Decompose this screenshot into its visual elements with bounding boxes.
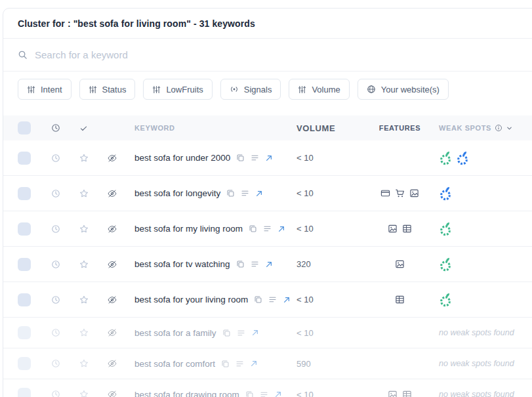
filter-button-volume[interactable]: Volume <box>289 79 349 100</box>
weak-spots-cell <box>438 151 532 165</box>
filter-button-signals[interactable]: Signals <box>220 79 281 100</box>
external-link-icon[interactable] <box>265 154 273 162</box>
star-icon[interactable] <box>79 295 89 305</box>
clock-icon[interactable] <box>51 328 60 337</box>
eye-off-icon[interactable] <box>107 295 117 305</box>
clock-icon[interactable] <box>51 390 60 397</box>
serp-list-icon[interactable] <box>251 260 259 268</box>
copy-icon[interactable] <box>245 390 254 397</box>
copy-icon[interactable] <box>226 189 235 198</box>
blue-fruit-icon[interactable] <box>456 151 469 165</box>
volume-value: < 10 <box>297 390 314 397</box>
check-icon[interactable] <box>79 124 88 133</box>
info-icon[interactable] <box>495 124 502 132</box>
external-link-icon[interactable] <box>274 390 282 397</box>
keyword-text: best sofa for your living room <box>134 295 248 304</box>
image-icon <box>388 390 398 397</box>
filter-button-intent[interactable]: Intent <box>18 79 72 100</box>
star-icon[interactable] <box>79 389 89 397</box>
filter-button-label: LowFruits <box>166 85 203 94</box>
green-fruit-icon[interactable] <box>439 257 452 272</box>
eye-off-icon[interactable] <box>107 188 117 199</box>
external-link-icon[interactable] <box>251 329 259 337</box>
copy-icon[interactable] <box>236 260 245 268</box>
copy-icon[interactable] <box>222 329 231 337</box>
clock-icon[interactable] <box>51 295 60 304</box>
row-checkbox[interactable] <box>18 152 31 165</box>
clock-icon[interactable] <box>51 154 60 163</box>
serp-list-icon[interactable] <box>260 390 268 397</box>
star-icon[interactable] <box>79 188 89 199</box>
serp-list-icon[interactable] <box>268 295 277 304</box>
copy-icon[interactable] <box>254 295 262 304</box>
clock-icon[interactable] <box>51 260 60 269</box>
eye-off-icon[interactable] <box>107 224 117 234</box>
copy-icon[interactable] <box>221 360 230 368</box>
chevron-down-icon[interactable] <box>506 125 513 132</box>
star-icon[interactable] <box>79 153 89 163</box>
row-checkbox[interactable] <box>18 357 31 370</box>
green-fruit-icon[interactable] <box>439 293 452 307</box>
volume-value: < 10 <box>297 295 314 304</box>
weak-spots-cell <box>438 186 532 201</box>
external-link-icon[interactable] <box>283 296 291 304</box>
filter-button-your-website-s[interactable]: Your website(s) <box>358 79 449 100</box>
serp-list-icon[interactable] <box>237 329 245 337</box>
external-link-icon[interactable] <box>265 261 273 268</box>
features-column-header: FEATURES <box>362 124 438 132</box>
search-input[interactable] <box>35 49 523 60</box>
serp-list-icon[interactable] <box>251 154 259 162</box>
eye-off-icon[interactable] <box>107 153 117 163</box>
filter-button-lowfruits[interactable]: LowFruits <box>143 79 212 100</box>
eye-off-icon[interactable] <box>107 259 117 270</box>
clock-icon[interactable] <box>51 359 60 368</box>
clock-icon[interactable] <box>51 224 60 234</box>
filter-button-status[interactable]: Status <box>79 79 136 100</box>
eye-off-icon[interactable] <box>107 389 117 397</box>
signal-icon <box>230 85 239 94</box>
row-checkbox[interactable] <box>18 187 31 200</box>
weak-spots-cell <box>438 257 532 272</box>
weakspots-column-header[interactable]: WEAK SPOTS <box>438 124 532 132</box>
table-row: best sofa for longevity < 10 <box>3 176 532 211</box>
filter-button-label: Your website(s) <box>381 85 440 94</box>
serp-list-icon[interactable] <box>263 224 272 233</box>
select-all-checkbox[interactable] <box>18 121 31 135</box>
external-link-icon[interactable] <box>255 190 263 198</box>
serp-list-icon[interactable] <box>235 360 244 368</box>
eye-off-icon[interactable] <box>107 358 117 369</box>
external-link-icon[interactable] <box>250 360 258 367</box>
star-icon[interactable] <box>79 259 89 270</box>
star-icon[interactable] <box>79 327 89 338</box>
copy-icon[interactable] <box>249 224 257 233</box>
table-row: best sofa for under 2000 < 10 <box>3 140 532 176</box>
blue-fruit-icon[interactable] <box>439 186 452 201</box>
volume-column-header: VOLUME <box>297 123 362 133</box>
star-icon[interactable] <box>79 224 89 234</box>
page-title: Cluster for : "best sofa for living room… <box>18 18 255 29</box>
table-row: best sofa for tv watching 320 <box>3 247 532 282</box>
row-checkbox[interactable] <box>18 222 31 236</box>
green-fruit-icon[interactable] <box>439 151 452 165</box>
serp-list-icon[interactable] <box>241 189 249 198</box>
filter-button-label: Intent <box>41 85 62 94</box>
search-icon <box>18 50 28 60</box>
star-icon[interactable] <box>79 358 89 369</box>
clock-icon[interactable] <box>51 123 60 133</box>
globe-icon <box>367 85 376 94</box>
eye-off-icon[interactable] <box>107 327 117 338</box>
row-checkbox[interactable] <box>18 293 31 306</box>
features-cell <box>362 188 438 198</box>
volume-value: < 10 <box>297 188 314 198</box>
table-row: best sofa for my living room < 10 <box>3 211 532 247</box>
keyword-text: best sofa for under 2000 <box>134 153 230 163</box>
no-weak-spots-text: no weak spots found <box>439 390 520 397</box>
clock-icon[interactable] <box>51 189 60 198</box>
row-checkbox[interactable] <box>18 326 31 339</box>
row-checkbox[interactable] <box>18 258 31 271</box>
row-checkbox[interactable] <box>18 388 31 397</box>
volume-value: < 10 <box>297 224 314 234</box>
external-link-icon[interactable] <box>277 225 285 233</box>
copy-icon[interactable] <box>236 154 245 162</box>
green-fruit-icon[interactable] <box>439 222 452 236</box>
